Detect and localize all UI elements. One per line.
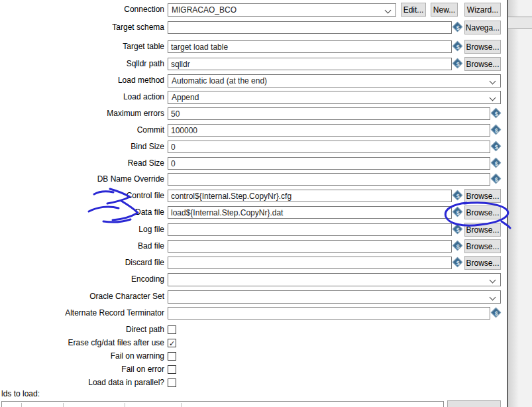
variable-icon: $	[491, 141, 502, 152]
alternate-record-terminator-row: Alternate Record Terminator $	[0, 307, 532, 321]
chevron-down-icon	[490, 78, 496, 85]
table-column-divider	[63, 403, 64, 407]
db-name-override-row: DB Name Override $	[0, 173, 532, 188]
data-file-label: Data file	[0, 206, 164, 219]
maximum-errors-input[interactable]	[168, 107, 490, 120]
chevron-down-icon	[490, 294, 496, 301]
log-file-row: Log file $ Browse...	[0, 223, 532, 238]
discard-file-input[interactable]	[168, 257, 452, 269]
target-schema-label: Target schema	[0, 21, 164, 34]
variable-icon: $	[491, 158, 502, 168]
bad-file-label: Bad file	[0, 240, 164, 253]
bad-file-row: Bad file $ Browse...	[0, 240, 532, 255]
data-file-input[interactable]	[168, 206, 452, 219]
data-file-row: Data file $ Browse...	[0, 206, 532, 221]
load-method-label: Load method	[0, 74, 164, 87]
table-bottom-button[interactable]	[447, 400, 501, 407]
connection-label: Connection	[0, 3, 164, 16]
fail-on-warning-checkbox[interactable]	[168, 352, 176, 361]
control-file-browse-button[interactable]: Browse...	[464, 189, 501, 203]
fail-on-warning-row: Fail on warning	[0, 351, 532, 366]
read-size-label: Read Size	[0, 157, 164, 170]
variable-icon: $	[452, 190, 463, 201]
target-schema-row: Target schema $ Navega...	[0, 21, 532, 36]
load-action-value: Append	[172, 91, 486, 103]
load-method-value: Automatic load (at the end)	[172, 75, 486, 87]
log-file-label: Log file	[0, 223, 164, 236]
load-action-row: Load action Append	[0, 91, 532, 105]
control-file-row: Control file $ Browse...	[0, 190, 532, 204]
alternate-record-terminator-input[interactable]	[168, 307, 490, 320]
direct-path-row: Direct path	[0, 325, 532, 339]
variable-icon: $	[491, 308, 502, 318]
direct-path-label: Direct path	[0, 325, 164, 335]
navigate-button[interactable]: Navega...	[464, 21, 501, 34]
variable-icon: $	[452, 207, 463, 217]
db-name-override-label: DB Name Override	[0, 173, 164, 186]
variable-icon: $	[452, 22, 463, 32]
log-file-browse-button[interactable]: Browse...	[464, 223, 501, 237]
discard-file-label: Discard file	[0, 257, 164, 269]
load-method-combobox[interactable]: Automatic load (at the end)	[168, 74, 501, 87]
bind-size-input[interactable]	[168, 141, 490, 153]
sqlldr-path-input[interactable]	[168, 58, 452, 70]
bad-file-input[interactable]	[168, 240, 452, 253]
table-column-divider	[181, 403, 182, 407]
target-table-input[interactable]	[168, 40, 452, 53]
target-table-label: Target table	[0, 40, 164, 53]
direct-path-checkbox[interactable]	[168, 325, 176, 334]
fields-to-load-label: lds to load:	[1, 389, 40, 398]
variable-icon: $	[491, 108, 502, 119]
read-size-input[interactable]	[168, 157, 490, 170]
oracle-character-set-value	[172, 291, 486, 303]
wizard-button[interactable]: Wizard...	[464, 3, 501, 17]
discard-file-row: Discard file $ Browse...	[0, 257, 532, 271]
oracle-character-set-label: Oracle Character Set	[0, 290, 164, 303]
load-action-combobox[interactable]: Append	[168, 91, 501, 104]
chevron-down-icon	[490, 95, 496, 101]
commit-input[interactable]	[168, 124, 490, 137]
fail-on-error-label: Fail on error	[0, 365, 164, 375]
bind-size-row: Bind Size $	[0, 141, 532, 155]
target-table-browse-button[interactable]: Browse...	[464, 40, 501, 54]
commit-label: Commit	[0, 124, 164, 137]
load-action-label: Load action	[0, 91, 164, 103]
variable-icon: $	[452, 257, 463, 268]
commit-row: Commit $	[0, 124, 532, 139]
db-name-override-input[interactable]	[168, 173, 490, 186]
fail-on-error-checkbox[interactable]	[168, 365, 176, 374]
load-parallel-label: Load data in parallel?	[0, 378, 164, 388]
maximum-errors-row: Maximum errors $	[0, 107, 532, 122]
sqlldr-path-browse-button[interactable]: Browse...	[464, 57, 501, 71]
variable-icon: $	[452, 241, 463, 251]
maximum-errors-label: Maximum errors	[0, 107, 164, 120]
variable-icon: $	[452, 224, 463, 235]
encoding-combobox[interactable]	[168, 273, 501, 286]
bad-file-browse-button[interactable]: Browse...	[464, 239, 501, 253]
new-button[interactable]: New...	[431, 3, 458, 17]
fields-table[interactable]	[1, 401, 444, 407]
erase-files-checkbox[interactable]: ✓	[168, 339, 176, 347]
edit-button[interactable]: Edit...	[401, 3, 426, 17]
variable-icon: $	[452, 41, 463, 52]
background-window-band	[508, 17, 532, 29]
encoding-label: Encoding	[0, 273, 164, 286]
log-file-input[interactable]	[168, 223, 452, 236]
load-parallel-row: Load data in parallel?	[0, 378, 532, 392]
connection-combobox[interactable]: MIGRACAO_BCO	[168, 3, 396, 17]
oracle-character-set-combobox[interactable]	[168, 290, 501, 304]
control-file-input[interactable]	[168, 190, 452, 202]
load-method-row: Load method Automatic load (at the end)	[0, 74, 532, 89]
target-table-row: Target table $ Browse...	[0, 40, 532, 55]
data-file-browse-button[interactable]: Browse...	[464, 205, 501, 219]
connection-row: Connection MIGRACAO_BCO Edit... New... W…	[0, 3, 532, 18]
sqlldr-path-label: Sqlldr path	[0, 58, 164, 70]
discard-file-browse-button[interactable]: Browse...	[464, 256, 501, 270]
encoding-row: Encoding	[0, 273, 532, 288]
load-parallel-checkbox[interactable]	[168, 378, 176, 387]
variable-icon: $	[491, 174, 502, 184]
target-schema-input[interactable]	[168, 21, 452, 34]
alternate-record-terminator-label: Alternate Record Terminator	[0, 307, 164, 320]
check-icon: ✓	[169, 339, 175, 347]
chevron-down-icon	[490, 277, 496, 284]
